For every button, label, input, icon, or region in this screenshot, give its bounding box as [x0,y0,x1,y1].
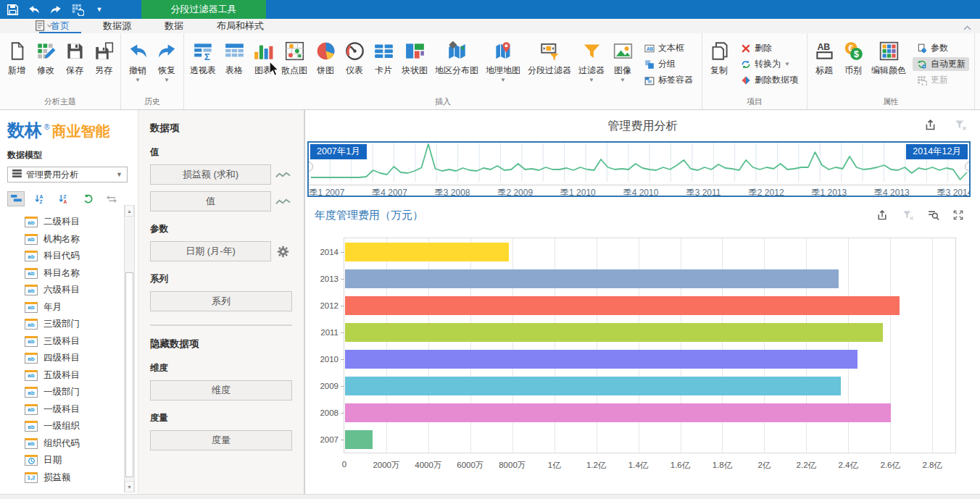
delete-data-item-button[interactable]: 删除数据项 [736,73,802,87]
data-model-select[interactable]: 管理费用分析 ▼ [7,167,128,183]
bar-2013[interactable] [345,269,839,288]
field-item[interactable]: ab五级科目 [25,367,138,385]
dimension-slot-button[interactable]: 维度 [150,380,292,401]
tab-data-source[interactable]: 数据源 [91,19,143,33]
sort-az-icon[interactable]: AZ [31,191,49,206]
save-as-icon [93,40,115,62]
treemap-button[interactable]: 块状图 [398,38,431,78]
file-menu-icon[interactable] [35,20,52,32]
gauge-button[interactable]: 仪表 [340,38,369,78]
group-button[interactable]: 分组 [640,57,697,71]
segment-filter-button[interactable]: 分段过滤器 [524,38,575,78]
pivot-table-button[interactable]: Σ透视表 [186,38,220,78]
table-button[interactable]: 表格 [220,38,249,78]
range-start-chip[interactable]: 2007年1月 [310,144,367,159]
range-end-chip[interactable]: 2014年12月 [906,144,968,159]
undo-button[interactable]: 撤销▼ [123,38,152,85]
sort-za-icon[interactable]: ZA [55,191,72,206]
series-slot-button[interactable]: 系列 [150,291,292,311]
tab-layout-style[interactable]: 布局和样式 [205,19,275,33]
export-icon[interactable] [876,209,889,222]
edit-colors-button[interactable]: 编辑颜色 [868,38,910,78]
bar-2009[interactable] [345,377,841,395]
convert-to-button[interactable]: 转换为▼ [736,57,802,71]
field-item[interactable]: ab一级组织 [25,418,138,435]
browse-data-icon[interactable] [926,209,939,222]
chart-button[interactable]: 图表 [249,38,278,78]
image-button[interactable]: 图像▼ [608,38,637,85]
swap-icon[interactable] [103,191,120,206]
geo-map-button[interactable]: 地理地图▼ [482,38,524,85]
value-slot-button[interactable]: 损益额 (求和) [150,164,271,185]
collapse-ribbon-icon[interactable] [963,22,971,33]
refresh-icon[interactable] [79,191,96,206]
bar-2008[interactable] [345,403,891,422]
parameter-slot-button[interactable]: 日期 (月-年) [150,241,271,261]
sidebar-scrollbar[interactable]: ▲ ▼ [124,205,135,492]
scroll-up-icon[interactable]: ▲ [125,205,134,217]
value-slot-button[interactable]: 值 [150,191,271,211]
bar-2011[interactable] [345,323,883,342]
bar-2014[interactable] [345,243,509,261]
filter-button[interactable]: 过滤器▼ [575,38,608,85]
field-item[interactable]: ab科目名称 [25,265,138,282]
scrollbar-thumb[interactable] [125,272,133,477]
workspace: 数林 ® 商业智能 数据模型 管理费用分析 ▼ AZ ZA ab二级科目ab机构… [0,110,980,494]
bar-2012[interactable] [345,296,900,315]
modify-button[interactable]: 修改 [31,38,60,78]
copy-button[interactable]: 复制 [705,38,734,78]
field-item[interactable]: ab科目代码 [25,248,138,265]
field-item[interactable]: ab机构名称 [25,231,138,248]
redo-icon[interactable] [49,3,62,16]
field-item[interactable]: ab六级科目 [25,282,138,299]
gear-icon[interactable] [274,244,292,259]
field-item[interactable]: ab三级部门 [25,316,138,333]
tab-container-button[interactable]: 标签容器 [640,73,697,87]
undo-icon[interactable] [28,3,41,16]
save-as-button[interactable]: 另存 [89,38,118,78]
field-item[interactable]: ab组织代码 [25,435,138,453]
region-map-button[interactable]: 地区分布图 [431,38,482,78]
field-item[interactable]: ab二级科目 [25,214,138,231]
field-item[interactable]: 日期 [25,452,138,469]
range-right-handle-icon[interactable] [965,162,971,172]
parameters-button[interactable]: 参数 [913,41,969,55]
layout-list-icon[interactable] [7,191,25,206]
bar-2010[interactable] [345,350,858,369]
update-button[interactable]: 更新 [913,73,969,87]
title-button[interactable]: AB标题 [810,38,839,78]
field-toolbar: AZ ZA [7,191,138,206]
fullscreen-icon[interactable] [952,209,965,222]
field-item[interactable]: ab三级科目 [25,333,138,351]
field-item[interactable]: ab一级科目 [25,401,138,419]
text-box-button[interactable]: AB文本框 [640,41,697,55]
clear-filter-icon[interactable] [901,209,914,222]
context-tab[interactable]: 分段过滤器工具 [141,0,266,19]
delete-button[interactable]: 删除 [736,41,802,55]
scroll-down-icon[interactable]: ▼ [125,481,134,492]
cards-button[interactable]: 卡片 [369,38,398,78]
currency-button[interactable]: €$币别 [839,38,868,78]
bar-2007[interactable] [345,430,373,449]
tab-data[interactable]: 数据 [153,19,195,33]
pie-button[interactable]: 饼图 [311,38,340,78]
clear-filter-icon[interactable] [954,118,967,131]
time-range-filter[interactable]: 2007年1月 2014年12月 季1 2007季4 2007季3 2008季2… [307,141,971,197]
field-item[interactable]: ab四级科目 [25,350,138,367]
quick-access-caret-icon[interactable]: ▼ [93,3,106,16]
export-icon[interactable] [923,118,937,131]
save-button[interactable]: 保存 [60,38,89,78]
measure-slot-button[interactable]: 度量 [150,430,292,450]
svg-text:Z: Z [39,199,42,204]
new-button[interactable]: 新增 [2,38,31,78]
update-grid-icon[interactable] [71,3,84,16]
field-item[interactable]: ab年月 [25,299,138,316]
save-icon[interactable] [6,3,19,16]
redo-button[interactable]: 恢复▼ [152,38,181,85]
value-section-label: 值 [150,146,292,159]
field-item[interactable]: ab一级部门 [25,384,138,401]
auto-update-button[interactable]: 自动更新 [913,57,969,71]
button-label: 图表 [254,64,272,77]
field-item[interactable]: 1,2损益额 [25,469,138,487]
scatter-button[interactable]: 散点图 [278,38,311,78]
